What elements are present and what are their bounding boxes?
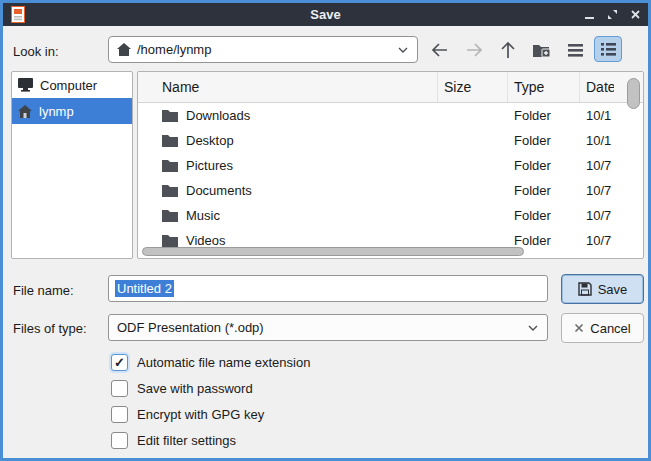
places-sidebar: Computer lynmp: [11, 71, 133, 259]
file-name-value: Untitled 2: [115, 280, 174, 297]
file-type-cell: Folder: [508, 233, 580, 248]
checkbox[interactable]: [111, 380, 128, 397]
restore-icon[interactable]: [605, 8, 619, 22]
titlebar: Save: [3, 3, 648, 26]
option-row[interactable]: ✓ Automatic file name extension: [111, 353, 310, 371]
file-date-cell: 10/7: [580, 233, 614, 248]
table-row[interactable]: Music Folder 10/7: [138, 203, 643, 228]
chevron-down-icon: [527, 324, 539, 332]
close-icon[interactable]: [628, 8, 642, 22]
home-icon: [117, 43, 131, 56]
file-name-label: File name:: [13, 283, 74, 298]
option-row[interactable]: Save with password: [111, 379, 310, 397]
file-date-cell: 10/7: [580, 208, 614, 223]
file-type-cell: Folder: [508, 108, 580, 123]
column-header-date[interactable]: Date: [580, 72, 614, 102]
checkbox-label: Save with password: [137, 381, 253, 396]
new-folder-button[interactable]: [528, 37, 556, 63]
table-row[interactable]: Downloads Folder 10/1: [138, 103, 643, 128]
checkbox[interactable]: ✓: [111, 354, 128, 371]
folder-icon: [162, 184, 178, 197]
minimize-icon[interactable]: [582, 8, 596, 22]
checkbox-label: Automatic file name extension: [137, 355, 310, 370]
look-in-path: /home/lynmp: [137, 42, 211, 57]
folder-icon: [162, 159, 178, 172]
up-button[interactable]: [494, 37, 522, 63]
files-of-type-label: Files of type:: [13, 321, 87, 336]
column-header-type[interactable]: Type: [508, 72, 580, 102]
sidebar-item-label: Computer: [40, 78, 97, 93]
look-in-combobox[interactable]: /home/lynmp: [108, 36, 418, 63]
chevron-down-icon: [397, 46, 409, 54]
file-type-cell: Folder: [508, 158, 580, 173]
home-icon: [18, 105, 32, 118]
forward-button[interactable]: [460, 37, 488, 63]
checkbox-label: Encrypt with GPG key: [137, 407, 264, 422]
horizontal-scrollbar[interactable]: [142, 247, 625, 256]
floppy-save-icon: [578, 282, 592, 296]
save-button[interactable]: Save: [561, 274, 644, 304]
file-name-cell: Downloads: [186, 108, 250, 123]
sidebar-item-lynmp[interactable]: lynmp: [12, 98, 132, 124]
folder-icon: [162, 209, 178, 222]
file-date-cell: 10/7: [580, 183, 614, 198]
file-type-cell: Folder: [508, 133, 580, 148]
sidebar-item-label: lynmp: [39, 104, 74, 119]
vertical-scrollbar[interactable]: [627, 76, 640, 246]
look-in-label: Look in:: [13, 44, 59, 59]
table-row[interactable]: Documents Folder 10/7: [138, 178, 643, 203]
column-header-size[interactable]: Size: [438, 72, 508, 102]
save-button-label: Save: [598, 282, 628, 297]
table-body: Downloads Folder 10/1 Desktop Folder 10/…: [138, 103, 643, 258]
checkbox[interactable]: [111, 432, 128, 449]
horizontal-scrollbar-thumb[interactable]: [142, 247, 524, 256]
back-button[interactable]: [426, 37, 454, 63]
save-dialog-window: Save Look in: /home/lynmp: [0, 0, 651, 461]
checkbox[interactable]: [111, 406, 128, 423]
file-type-cell: Folder: [508, 208, 580, 223]
table-row[interactable]: Pictures Folder 10/7: [138, 153, 643, 178]
cancel-button[interactable]: Cancel: [561, 313, 644, 343]
file-type-cell: Folder: [508, 183, 580, 198]
file-name-cell: Documents: [186, 183, 252, 198]
file-type-value: ODF Presentation (*.odp): [117, 320, 264, 335]
vertical-scrollbar-thumb[interactable]: [627, 78, 640, 109]
file-type-select[interactable]: ODF Presentation (*.odp): [108, 314, 548, 341]
computer-icon: [18, 78, 33, 92]
file-date-cell: 10/1: [580, 108, 614, 123]
file-name-cell: Music: [186, 208, 220, 223]
table-row[interactable]: Desktop Folder 10/1: [138, 128, 643, 153]
cancel-button-label: Cancel: [590, 321, 630, 336]
option-row[interactable]: Encrypt with GPG key: [111, 405, 310, 423]
file-date-cell: 10/7: [580, 158, 614, 173]
checkbox-label: Edit filter settings: [137, 433, 236, 448]
column-header-name[interactable]: Name: [138, 72, 438, 102]
folder-icon: [162, 234, 178, 247]
folder-icon: [162, 134, 178, 147]
table-header: Name Size Type Date: [138, 72, 643, 103]
file-name-cell: Pictures: [186, 158, 233, 173]
list-view-button[interactable]: [561, 37, 589, 63]
file-name-cell: Videos: [186, 233, 226, 248]
option-row[interactable]: Edit filter settings: [111, 431, 310, 449]
detail-view-button[interactable]: [594, 36, 622, 62]
file-name-input[interactable]: Untitled 2: [108, 275, 548, 302]
file-list-panel: Name Size Type Date Downloads Folder 10/…: [137, 71, 644, 259]
folder-icon: [162, 109, 178, 122]
options-group: ✓ Automatic file name extension Save wit…: [111, 353, 310, 449]
sidebar-item-computer[interactable]: Computer: [12, 72, 132, 98]
x-cancel-icon: [574, 323, 584, 333]
file-name-cell: Desktop: [186, 133, 234, 148]
app-document-icon: [11, 6, 25, 23]
window-title: Save: [3, 7, 648, 22]
file-date-cell: 10/1: [580, 133, 614, 148]
